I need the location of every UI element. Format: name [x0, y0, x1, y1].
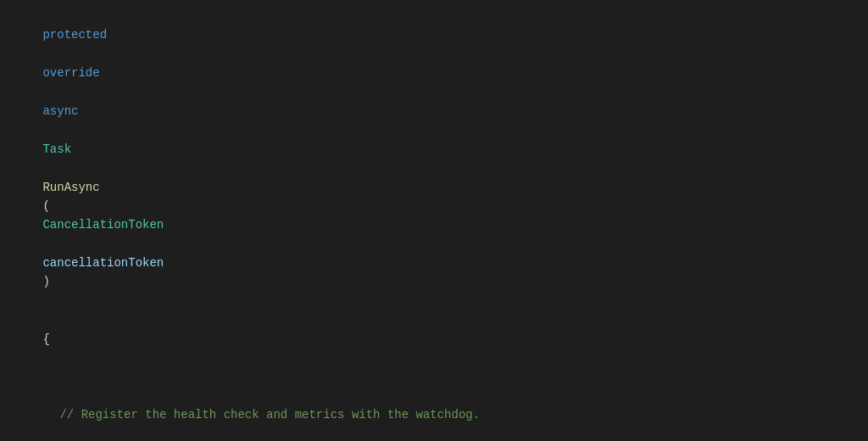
code-line: // Register the health check and metrics…: [0, 387, 868, 441]
comment-register: // Register the health check and metrics…: [59, 408, 480, 421]
param-cancellationtoken: cancellationToken: [42, 256, 164, 270]
type-cancellationtoken: CancellationToken: [42, 218, 164, 232]
code-line: protected override async Task RunAsync (…: [0, 7, 868, 310]
code-line: [0, 367, 868, 386]
code-line: {: [0, 310, 868, 367]
code-editor: protected override async Task RunAsync (…: [0, 0, 868, 441]
keyword-async: async: [42, 104, 78, 118]
type-task: Task: [42, 142, 71, 156]
keyword-override: override: [42, 66, 99, 80]
method-runasync: RunAsync: [42, 181, 99, 194]
keyword-protected: protected: [42, 28, 107, 42]
